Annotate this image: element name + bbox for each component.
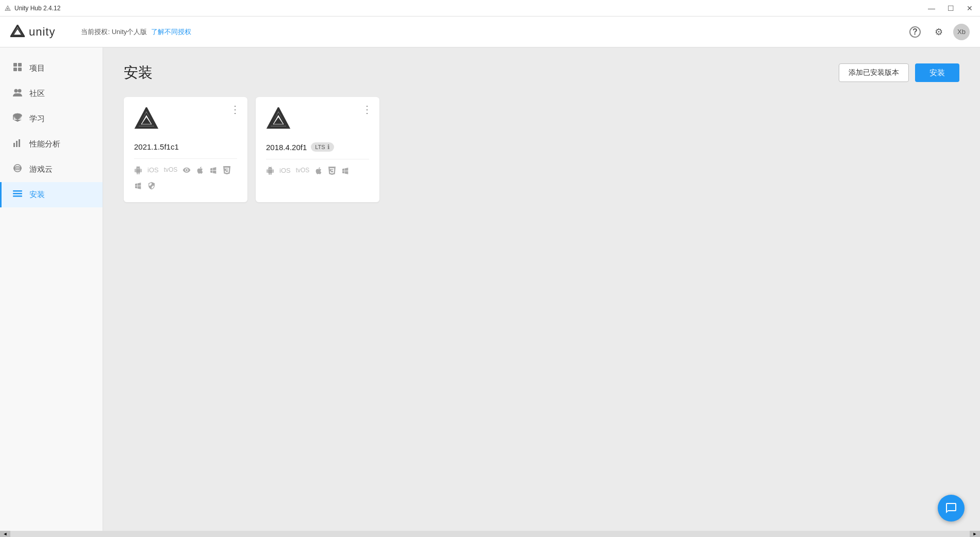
card2-apple-icon bbox=[314, 167, 323, 177]
svg-rect-8 bbox=[18, 68, 22, 71]
sidebar-label-analytics: 性能分析 bbox=[29, 139, 60, 149]
help-icon: ? bbox=[909, 26, 921, 38]
card2-android-icon bbox=[266, 167, 274, 177]
card-1-menu-button[interactable]: ⋮ bbox=[230, 104, 240, 115]
titlebar-controls: — ☐ ✕ bbox=[925, 3, 976, 13]
user-avatar[interactable]: Xb bbox=[953, 24, 970, 40]
svg-rect-16 bbox=[21, 142, 22, 142]
close-button[interactable]: ✕ bbox=[964, 3, 976, 13]
horizontal-scrollbar: ◄ ► bbox=[0, 531, 980, 537]
card-1-version: 2021.1.5f1c1 bbox=[134, 142, 237, 151]
svg-rect-20 bbox=[13, 190, 22, 192]
card-2-version: 2018.4.20f1 LTS ℹ bbox=[266, 142, 369, 152]
windows-uwp-icon bbox=[134, 182, 142, 192]
titlebar-left: Unity Hub 2.4.12 bbox=[4, 5, 60, 12]
svg-rect-13 bbox=[13, 143, 15, 147]
card-2-divider bbox=[266, 159, 369, 159]
sidebar-item-analytics[interactable]: 性能分析 bbox=[0, 132, 103, 157]
card2-ios-icon: iOS bbox=[279, 167, 291, 177]
content-header: 安装 添加已安装版本 安装 bbox=[124, 63, 959, 83]
card-1-divider bbox=[134, 158, 237, 159]
card-2-menu-button[interactable]: ⋮ bbox=[362, 104, 372, 115]
sidebar-item-projects[interactable]: 项目 bbox=[0, 56, 103, 81]
community-icon bbox=[12, 87, 23, 100]
lts-label: LTS bbox=[315, 144, 325, 150]
header: unity 当前授权: Unity个人版 了解不同授权 ? ⚙ Xb bbox=[0, 17, 980, 47]
webgl-icon bbox=[223, 166, 231, 176]
card2-tvos-icon: tvOS bbox=[296, 167, 310, 177]
add-installed-button[interactable]: 添加已安装版本 bbox=[839, 63, 909, 82]
card-2-version-text: 2018.4.20f1 bbox=[266, 143, 307, 152]
header-license: 当前授权: Unity个人版 了解不同授权 bbox=[81, 27, 191, 37]
license-link[interactable]: 了解不同授权 bbox=[151, 27, 191, 37]
ios-icon: iOS bbox=[147, 166, 159, 176]
install-card-2: ⋮ 2018.4.20f1 LTS ℹ bbox=[256, 97, 379, 202]
sidebar-item-gamecloud[interactable]: 游戏云 bbox=[0, 157, 103, 182]
help-button[interactable]: ? bbox=[906, 23, 924, 41]
apple-icon bbox=[196, 166, 204, 176]
android-icon bbox=[134, 166, 142, 176]
ar-icon bbox=[147, 182, 156, 192]
svg-rect-14 bbox=[16, 141, 18, 147]
minimize-button[interactable]: — bbox=[925, 3, 938, 13]
logo-text: unity bbox=[29, 25, 55, 39]
svg-point-10 bbox=[18, 89, 22, 93]
gear-icon: ⚙ bbox=[935, 26, 943, 38]
settings-button[interactable]: ⚙ bbox=[929, 23, 948, 41]
card-2-platforms: iOS tvOS bbox=[266, 167, 369, 177]
card-1-platforms: iOS tvOS bbox=[134, 166, 237, 192]
svg-rect-6 bbox=[18, 63, 22, 67]
sidebar-item-installs[interactable]: 安装 bbox=[0, 182, 103, 207]
card-1-logo bbox=[134, 107, 237, 134]
chat-icon bbox=[945, 502, 957, 514]
sidebar-item-community[interactable]: 社区 bbox=[0, 81, 103, 106]
lts-info-icon: ℹ bbox=[327, 143, 330, 151]
tvos-icon: tvOS bbox=[164, 166, 178, 176]
scroll-right-arrow[interactable]: ► bbox=[970, 531, 980, 537]
avatar-label: Xb bbox=[957, 28, 966, 36]
svg-marker-3 bbox=[11, 25, 24, 36]
cards-grid: ⋮ 2021.1.5f1c1 bbox=[124, 97, 959, 202]
titlebar: Unity Hub 2.4.12 — ☐ ✕ bbox=[0, 0, 980, 17]
svg-point-9 bbox=[14, 89, 18, 93]
windows-icon bbox=[209, 166, 218, 176]
svg-rect-15 bbox=[19, 139, 20, 147]
card2-windows-icon bbox=[341, 167, 350, 177]
sidebar-label-learn: 学习 bbox=[29, 114, 45, 124]
sidebar: 项目 社区 学习 bbox=[0, 47, 103, 531]
installs-icon bbox=[12, 188, 23, 201]
chat-button[interactable] bbox=[938, 495, 965, 522]
card-1-version-text: 2021.1.5f1c1 bbox=[134, 142, 179, 151]
header-actions: ? ⚙ Xb bbox=[906, 23, 970, 41]
license-label: 当前授权: Unity个人版 bbox=[81, 27, 147, 37]
card2-webgl-icon bbox=[328, 167, 336, 177]
install-card-1: ⋮ 2021.1.5f1c1 bbox=[124, 97, 247, 202]
gamecloud-icon bbox=[12, 163, 23, 176]
projects-icon bbox=[12, 62, 23, 75]
page-title: 安装 bbox=[124, 63, 153, 83]
svg-rect-5 bbox=[13, 63, 17, 67]
main-layout: 项目 社区 学习 bbox=[0, 47, 980, 531]
learn-icon bbox=[12, 112, 23, 125]
sidebar-label-community: 社区 bbox=[29, 89, 45, 99]
svg-rect-22 bbox=[13, 196, 22, 197]
unity-logo-icon bbox=[10, 25, 25, 39]
analytics-icon bbox=[12, 138, 23, 151]
header-logo: unity bbox=[10, 25, 55, 39]
sidebar-label-gamecloud: 游戏云 bbox=[29, 165, 53, 174]
maximize-button[interactable]: ☐ bbox=[944, 3, 957, 13]
sidebar-label-projects: 项目 bbox=[29, 63, 45, 73]
sidebar-label-installs: 安装 bbox=[29, 190, 45, 200]
header-buttons: 添加已安装版本 安装 bbox=[839, 63, 959, 82]
install-button[interactable]: 安装 bbox=[915, 63, 959, 82]
vr-icon bbox=[182, 166, 191, 176]
svg-rect-7 bbox=[13, 68, 17, 71]
titlebar-unity-icon bbox=[4, 5, 11, 12]
svg-rect-21 bbox=[13, 193, 22, 194]
scroll-left-arrow[interactable]: ◄ bbox=[0, 531, 10, 537]
titlebar-title: Unity Hub 2.4.12 bbox=[14, 5, 60, 12]
sidebar-item-learn[interactable]: 学习 bbox=[0, 106, 103, 132]
lts-badge: LTS ℹ bbox=[311, 142, 334, 152]
card-2-logo bbox=[266, 107, 369, 134]
content-area: 安装 添加已安装版本 安装 ⋮ 2021.1.5f1c1 bbox=[103, 47, 980, 531]
